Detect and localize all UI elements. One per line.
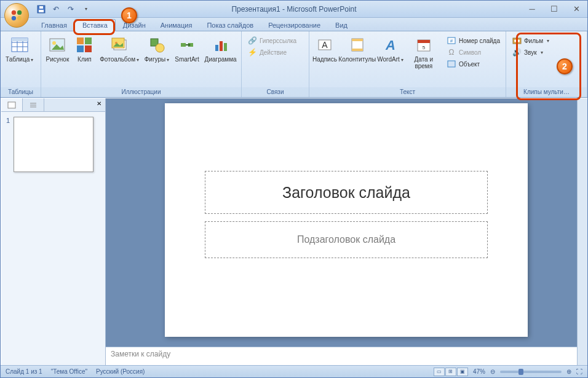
movie-button[interactable]: Фильм (510, 35, 551, 46)
save-icon[interactable] (35, 3, 47, 15)
vertical-scrollbar[interactable] (577, 98, 587, 365)
svg-rect-36 (352, 49, 363, 51)
svg-point-2 (12, 16, 16, 20)
outline-tab[interactable] (23, 98, 44, 111)
hyperlink-icon: 🔗 (247, 36, 257, 45)
status-language[interactable]: Русский (Россия) (96, 368, 145, 375)
group-illustrations: Иллюстрации (41, 87, 241, 97)
title-placeholder[interactable]: Заголовок слайда (205, 171, 488, 214)
zoom-out-button[interactable]: ⊖ (490, 368, 495, 375)
panel-close-icon[interactable]: ✕ (93, 98, 105, 111)
svg-rect-16 (77, 37, 84, 44)
smartart-button[interactable]: SmartArt (173, 34, 202, 64)
normal-view-button[interactable]: ▭ (434, 368, 445, 376)
ribbon: Таблица Таблицы Рисунок Клип Фотоальбом … (1, 31, 587, 98)
status-slide-info: Слайд 1 из 1 (6, 368, 42, 375)
statusbar: Слайд 1 из 1 "Тема Office" Русский (Росс… (1, 365, 587, 377)
slideshow-view-button[interactable]: ▣ (457, 368, 468, 376)
textbox-button[interactable]: A Надпись (312, 34, 338, 64)
table-button[interactable]: Таблица (3, 34, 36, 65)
quick-access-toolbar: ↶ ↷ (35, 3, 92, 15)
titlebar: ↶ ↷ Презентация1 - Microsoft PowerPoint … (1, 1, 587, 18)
clipart-button[interactable]: Клип (73, 34, 97, 64)
fit-button[interactable]: ⛶ (576, 368, 582, 375)
subtitle-placeholder[interactable]: Подзаголовок слайда (205, 221, 488, 258)
slides-tab[interactable] (1, 98, 23, 111)
tab-home[interactable]: Главная (34, 20, 74, 31)
svg-rect-44 (513, 38, 521, 44)
group-text: Текст (309, 87, 506, 97)
notes-pane[interactable]: Заметки к слайду (106, 347, 587, 365)
sound-button[interactable]: 🔊 Звук (510, 47, 551, 58)
slidenumber-button[interactable]: # Номер слайда (445, 35, 502, 46)
tab-review[interactable]: Рецензирование (261, 20, 328, 31)
svg-rect-19 (85, 45, 92, 52)
tab-slideshow[interactable]: Показ слайдов (199, 20, 261, 31)
action-icon: ⚡ (247, 47, 257, 57)
outline-tab-icon (29, 101, 38, 109)
svg-point-0 (12, 10, 16, 15)
slide-thumbnail[interactable] (14, 117, 93, 172)
slide-panel: ✕ 1 (1, 98, 106, 365)
office-button[interactable] (4, 3, 29, 28)
group-links: Связи (242, 87, 309, 97)
svg-rect-30 (220, 41, 223, 51)
workspace: ✕ 1 Заголовок слайда Подзаголовок слайда… (1, 98, 587, 365)
annotation-2: 2 (557, 58, 573, 74)
hyperlink-button[interactable]: 🔗 Гиперссылка (245, 35, 298, 46)
headerfooter-button[interactable]: Колонтитулы (339, 34, 376, 64)
redo-icon[interactable]: ↷ (65, 3, 77, 15)
slidenumber-icon: # (447, 36, 456, 45)
shapes-button[interactable]: Фигуры (142, 34, 172, 65)
office-logo-icon (10, 9, 23, 22)
svg-rect-47 (8, 102, 15, 108)
svg-rect-43 (448, 61, 455, 67)
slide-stage[interactable]: Заголовок слайда Подзаголовок слайда (106, 98, 587, 347)
qat-more-icon[interactable] (79, 3, 92, 15)
undo-icon[interactable]: ↶ (50, 3, 62, 15)
svg-text:A: A (322, 40, 328, 50)
svg-text:A: A (385, 37, 395, 53)
status-theme: "Тема Office" (51, 368, 87, 375)
group-media: Клипы мульти… (506, 87, 587, 97)
zoom-in-button[interactable]: ⊕ (566, 368, 571, 375)
wordart-icon: A (381, 35, 400, 55)
close-button[interactable]: ✕ (569, 3, 584, 14)
movie-icon (512, 36, 522, 45)
svg-point-3 (17, 16, 22, 20)
group-tables: Таблицы (1, 87, 41, 97)
wordart-button[interactable]: A WordArt (377, 34, 404, 65)
svg-rect-12 (12, 38, 28, 41)
svg-text:5: 5 (423, 45, 426, 50)
maximize-button[interactable]: ☐ (547, 3, 562, 14)
tab-view[interactable]: Вид (328, 20, 355, 31)
datetime-button[interactable]: 5 Дата и время (405, 34, 443, 71)
slides-tab-icon (7, 101, 16, 109)
object-button[interactable]: Объект (445, 58, 502, 69)
tab-animation[interactable]: Анимация (153, 20, 200, 31)
slide-canvas[interactable]: Заголовок слайда Подзаголовок слайда (165, 103, 528, 337)
smartart-icon (177, 35, 197, 55)
svg-rect-35 (352, 39, 363, 41)
svg-rect-29 (215, 45, 218, 51)
picture-button[interactable]: Рисунок (44, 34, 71, 64)
svg-point-1 (17, 10, 22, 15)
zoom-slider[interactable] (500, 371, 562, 373)
picture-icon (47, 35, 67, 55)
sorter-view-button[interactable]: ⊞ (445, 368, 456, 376)
photoalbum-button[interactable]: Фотоальбом (98, 34, 141, 65)
annotation-1: 1 (121, 7, 137, 23)
datetime-icon: 5 (414, 35, 434, 55)
headerfooter-icon (348, 35, 367, 55)
zoom-level[interactable]: 47% (473, 368, 485, 375)
action-button[interactable]: ⚡ Действие (245, 47, 298, 58)
minimize-button[interactable]: ─ (525, 3, 539, 14)
photoalbum-icon (109, 35, 129, 55)
chart-button[interactable]: Диаграмма (202, 34, 239, 64)
svg-point-45 (514, 39, 517, 42)
tab-insert[interactable]: Вставка (74, 19, 116, 31)
svg-rect-39 (418, 40, 430, 43)
clipart-icon (74, 35, 94, 55)
symbol-icon: Ω (447, 47, 456, 57)
symbol-button[interactable]: Ω Символ (445, 47, 502, 58)
